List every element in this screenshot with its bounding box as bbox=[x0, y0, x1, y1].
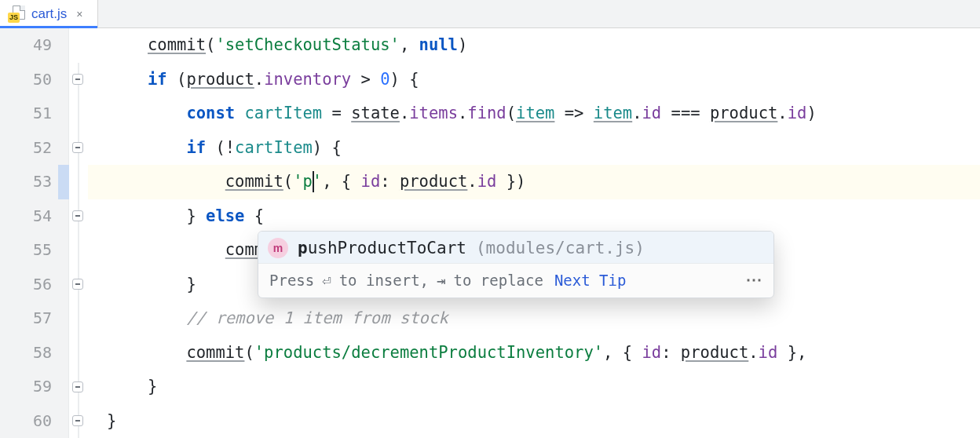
code-row[interactable]: 49commit('setCheckoutStatus', null) bbox=[0, 28, 980, 63]
completion-item[interactable]: m pushProductToCart (modules/cart.js) bbox=[258, 232, 773, 263]
fold-open-icon[interactable] bbox=[72, 210, 83, 221]
more-options-icon[interactable]: ⋮ bbox=[747, 272, 762, 288]
line-number: 50 bbox=[5, 70, 52, 89]
line-number: 53 bbox=[5, 172, 52, 191]
tab-bar: JS cart.js × bbox=[0, 0, 980, 28]
fold-close-icon[interactable] bbox=[72, 381, 83, 392]
code-line[interactable]: } else { bbox=[88, 199, 980, 234]
code-line[interactable]: // remove 1 item from stock bbox=[88, 301, 980, 336]
line-number: 60 bbox=[5, 411, 52, 430]
editor[interactable]: 49commit('setCheckoutStatus', null)50if … bbox=[0, 28, 980, 438]
code-row[interactable]: 57 // remove 1 item from stock bbox=[0, 301, 980, 336]
code-row[interactable]: 60} bbox=[0, 404, 980, 439]
code-row[interactable]: 51 const cartItem = state.items.find(ite… bbox=[0, 97, 980, 131]
code-row[interactable]: 52 if (!cartItem) { bbox=[0, 131, 980, 166]
fold-close-icon[interactable] bbox=[72, 279, 83, 290]
tab-filename: cart.js bbox=[31, 6, 67, 22]
js-file-icon: JS bbox=[8, 5, 25, 23]
line-number: 58 bbox=[5, 343, 52, 362]
enter-key-icon: ⏎ bbox=[322, 272, 331, 289]
code-row[interactable]: 53 commit('p', { id: product.id }) bbox=[0, 165, 980, 199]
code-row[interactable]: 58 commit('products/decrementProductInve… bbox=[0, 336, 980, 370]
next-tip-link[interactable]: Next Tip bbox=[554, 272, 627, 289]
code-row[interactable]: 59} bbox=[0, 370, 980, 404]
code-line[interactable]: commit('products/decrementProductInvento… bbox=[88, 336, 980, 370]
tab-key-icon: ⇥ bbox=[437, 272, 445, 289]
line-number: 57 bbox=[5, 308, 52, 327]
fold-open-icon[interactable] bbox=[72, 142, 83, 153]
code-line[interactable]: if (!cartItem) { bbox=[88, 131, 980, 166]
line-number: 54 bbox=[5, 206, 52, 225]
code-row[interactable]: 54 } else { bbox=[0, 199, 980, 234]
fold-open-icon[interactable] bbox=[72, 74, 83, 85]
code-line[interactable]: const cartItem = state.items.find(item =… bbox=[88, 97, 980, 131]
line-number: 56 bbox=[5, 275, 52, 294]
code-row[interactable]: 50if (product.inventory > 0) { bbox=[0, 63, 980, 97]
completion-popup: m pushProductToCart (modules/cart.js) Pr… bbox=[258, 231, 774, 298]
completion-location: (modules/cart.js) bbox=[476, 239, 645, 257]
mutation-icon: m bbox=[268, 238, 288, 258]
close-icon[interactable]: × bbox=[73, 6, 86, 22]
code-line[interactable]: commit('p', { id: product.id }) bbox=[88, 165, 980, 199]
text-caret bbox=[313, 171, 314, 192]
line-number: 55 bbox=[5, 240, 52, 259]
code-line[interactable]: if (product.inventory > 0) { bbox=[88, 63, 980, 97]
line-number: 51 bbox=[5, 104, 52, 122]
code-line[interactable]: } bbox=[88, 370, 980, 404]
line-number: 49 bbox=[5, 35, 52, 54]
completion-text: pushProductToCart bbox=[298, 239, 466, 257]
code-line[interactable]: commit('setCheckoutStatus', null) bbox=[88, 28, 980, 63]
tab-cart-js[interactable]: JS cart.js × bbox=[0, 0, 98, 27]
completion-hint: Press ⏎ to insert, ⇥ to replace Next Tip… bbox=[258, 263, 773, 297]
line-number: 52 bbox=[5, 138, 52, 157]
code-line[interactable]: } bbox=[88, 404, 980, 439]
change-marker bbox=[58, 165, 69, 199]
fold-close-icon[interactable] bbox=[72, 415, 83, 426]
line-number: 59 bbox=[5, 377, 52, 396]
